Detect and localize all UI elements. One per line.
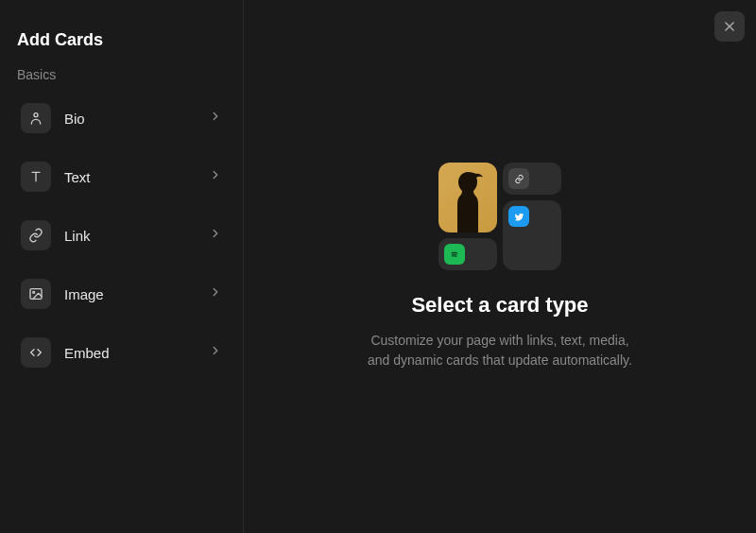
code-icon	[21, 337, 51, 368]
main-title: Select a card type	[411, 293, 588, 318]
card-preview-cluster	[438, 163, 561, 270]
link-icon	[508, 168, 529, 189]
svg-point-0	[34, 113, 38, 117]
chevron-right-icon	[209, 227, 222, 244]
link-icon	[21, 220, 51, 250]
sidebar-item-image[interactable]: Image	[17, 271, 226, 317]
chevron-right-icon	[209, 344, 222, 361]
preview-card-twitter	[503, 200, 561, 270]
preview-card-link	[503, 163, 561, 195]
close-button[interactable]	[714, 11, 745, 42]
sidebar-item-label: Embed	[64, 345, 209, 361]
main-content: Select a card type Customize your page w…	[244, 0, 756, 533]
sidebar-item-text[interactable]: Text	[17, 154, 226, 199]
sidebar-title: Add Cards	[17, 30, 226, 50]
text-icon	[21, 162, 51, 192]
sidebar-section-label: Basics	[17, 67, 226, 82]
preview-card-spotify	[438, 238, 497, 270]
sidebar-item-label: Text	[64, 169, 209, 185]
chevron-right-icon	[209, 285, 222, 302]
sidebar-item-label: Bio	[64, 111, 209, 127]
sidebar-item-embed[interactable]: Embed	[17, 330, 226, 375]
image-icon	[21, 279, 51, 309]
twitter-icon	[508, 206, 529, 227]
chevron-right-icon	[209, 110, 222, 127]
sidebar-item-label: Image	[64, 286, 209, 302]
add-cards-sidebar: Add Cards Basics Bio Text Link Image	[0, 0, 244, 533]
person-icon	[21, 103, 51, 133]
main-description: Customize your page with links, text, me…	[368, 331, 632, 370]
preview-card-photo	[438, 163, 497, 232]
spotify-icon	[444, 244, 465, 265]
svg-point-2	[33, 291, 35, 293]
chevron-right-icon	[209, 168, 222, 185]
sidebar-item-link[interactable]: Link	[17, 213, 226, 258]
sidebar-item-label: Link	[64, 228, 209, 244]
sidebar-item-bio[interactable]: Bio	[17, 95, 226, 141]
